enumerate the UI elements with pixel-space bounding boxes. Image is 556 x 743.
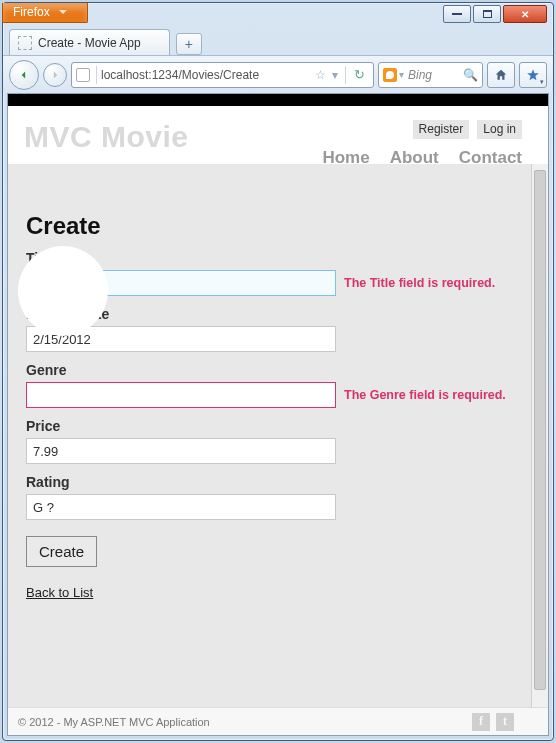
nav-forward-button[interactable] [43, 63, 67, 87]
firefox-app-menu[interactable]: Firefox [2, 3, 88, 23]
bing-icon [383, 68, 397, 82]
facebook-icon[interactable]: f [472, 713, 490, 731]
label-rating: Rating [26, 474, 530, 490]
back-to-list-link[interactable]: Back to List [26, 585, 93, 600]
twitter-icon[interactable]: t [496, 713, 514, 731]
home-icon [494, 68, 508, 82]
site-header: MVC Movie Register Log in Home About Con… [8, 106, 548, 164]
arrow-right-icon [48, 68, 62, 82]
tab-title: Create - Movie App [38, 36, 141, 50]
home-button[interactable] [487, 62, 515, 88]
login-link[interactable]: Log in [477, 120, 522, 139]
label-price: Price [26, 418, 530, 434]
tab-strip: Create - Movie App + [9, 27, 547, 55]
footer-copyright: © 2012 - My ASP.NET MVC Application [18, 716, 210, 728]
label-genre: Genre [26, 362, 530, 378]
new-tab-button[interactable]: + [176, 33, 202, 55]
bookmarks-button[interactable]: ▾ [519, 62, 547, 88]
page-viewport: MVC Movie Register Log in Home About Con… [7, 93, 549, 736]
input-rating[interactable] [26, 494, 336, 520]
reload-button[interactable]: ↻ [350, 67, 369, 82]
input-genre[interactable] [26, 382, 336, 408]
scrollbar-thumb[interactable] [534, 170, 546, 690]
browser-window: Firefox ✕ Create - Movie App + localhost… [2, 2, 554, 741]
search-bar[interactable]: ▾ Bing 🔍 [378, 62, 483, 88]
window-maximize-button[interactable] [473, 5, 501, 23]
url-dropdown-icon[interactable]: ▾ [329, 68, 341, 82]
error-title: The Title field is required. [344, 276, 495, 290]
browser-tab-active[interactable]: Create - Movie App [9, 29, 170, 55]
create-button[interactable]: Create [26, 536, 97, 567]
tab-favicon [18, 36, 32, 50]
error-genre: The Genre field is required. [344, 388, 506, 402]
label-title: Title [26, 250, 530, 266]
search-engine-dropdown-icon[interactable]: ▾ [399, 69, 404, 80]
page-heading: Create [26, 212, 530, 240]
search-go-icon[interactable]: 🔍 [462, 68, 478, 82]
vertical-scrollbar[interactable] [531, 164, 548, 707]
top-black-bar [8, 94, 548, 106]
url-text: localhost:1234/Movies/Create [101, 68, 312, 82]
window-controls: ✕ [441, 5, 547, 23]
hero-circle [18, 246, 108, 336]
nav-back-button[interactable] [9, 60, 39, 90]
bookmark-filled-icon [526, 68, 540, 82]
browser-toolbar: localhost:1234/Movies/Create ☆ ▾ ↻ ▾ Bin… [3, 55, 553, 93]
page-content: Create Title The Title field is required… [8, 164, 548, 707]
register-link[interactable]: Register [413, 120, 470, 139]
window-close-button[interactable]: ✕ [503, 5, 547, 23]
search-placeholder: Bing [408, 68, 462, 82]
url-bar[interactable]: localhost:1234/Movies/Create ☆ ▾ ↻ [71, 62, 374, 88]
site-identity-icon [76, 68, 90, 82]
bookmark-star-icon[interactable]: ☆ [312, 68, 329, 82]
arrow-left-icon [17, 68, 31, 82]
site-footer: © 2012 - My ASP.NET MVC Application f t [8, 707, 548, 735]
input-price[interactable] [26, 438, 336, 464]
firefox-app-menu-label: Firefox [13, 5, 50, 19]
window-minimize-button[interactable] [443, 5, 471, 23]
